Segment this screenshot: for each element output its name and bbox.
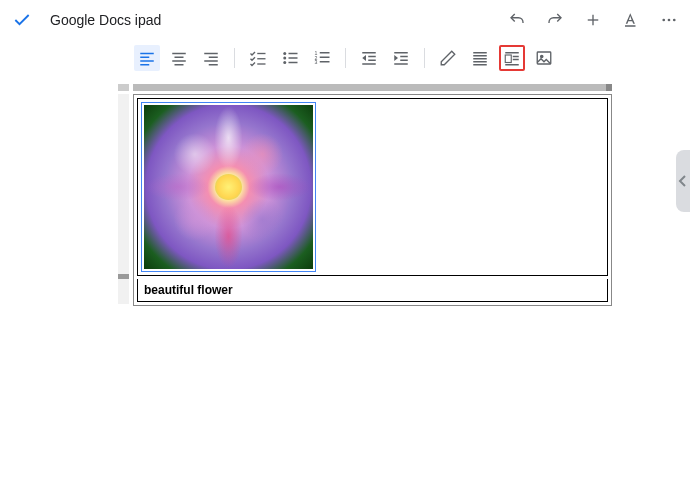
more-icon[interactable] xyxy=(660,11,678,29)
svg-marker-37 xyxy=(362,55,366,61)
toolbar-separator xyxy=(424,48,425,68)
svg-rect-51 xyxy=(512,59,518,61)
svg-rect-49 xyxy=(505,55,511,63)
svg-rect-14 xyxy=(204,53,218,55)
svg-rect-30 xyxy=(319,57,329,59)
svg-point-3 xyxy=(662,19,665,22)
svg-point-4 xyxy=(668,19,671,22)
toolbar-separator xyxy=(234,48,235,68)
wrap-text-button[interactable] xyxy=(499,45,525,71)
svg-rect-11 xyxy=(174,57,183,59)
edit-button[interactable] xyxy=(435,45,461,71)
horizontal-ruler[interactable] xyxy=(133,84,612,91)
svg-rect-48 xyxy=(505,52,519,54)
svg-rect-33 xyxy=(362,52,376,54)
plus-icon[interactable] xyxy=(584,11,602,29)
done-check-icon[interactable] xyxy=(12,10,32,30)
align-right-button[interactable] xyxy=(198,45,224,71)
svg-rect-24 xyxy=(288,57,297,59)
selected-image[interactable] xyxy=(141,102,316,272)
svg-point-25 xyxy=(283,61,286,64)
svg-rect-41 xyxy=(394,63,408,65)
svg-point-54 xyxy=(540,55,542,57)
svg-rect-43 xyxy=(473,52,487,54)
svg-rect-2 xyxy=(625,25,636,27)
svg-rect-32 xyxy=(319,61,329,63)
bulleted-list-button[interactable] xyxy=(277,45,303,71)
flower-image xyxy=(144,105,313,269)
table-image-cell[interactable] xyxy=(137,98,608,276)
svg-rect-34 xyxy=(368,56,376,58)
svg-rect-16 xyxy=(204,60,218,62)
svg-rect-8 xyxy=(140,60,154,62)
align-left-button[interactable] xyxy=(134,45,160,71)
svg-rect-35 xyxy=(368,60,376,62)
svg-rect-10 xyxy=(172,53,186,55)
svg-point-21 xyxy=(283,52,286,55)
side-panel-tab[interactable] xyxy=(676,150,690,212)
image-button[interactable] xyxy=(531,45,557,71)
svg-rect-52 xyxy=(505,64,519,66)
svg-rect-45 xyxy=(473,58,487,60)
svg-rect-13 xyxy=(174,64,183,66)
svg-marker-42 xyxy=(394,55,398,61)
text-format-icon[interactable] xyxy=(622,11,640,29)
svg-rect-6 xyxy=(140,53,154,55)
indent-increase-button[interactable] xyxy=(388,45,414,71)
svg-rect-12 xyxy=(172,60,186,62)
checklist-button[interactable] xyxy=(245,45,271,71)
document-area: beautiful flower xyxy=(0,76,690,84)
ruler-corner xyxy=(118,84,129,91)
vertical-ruler[interactable] xyxy=(118,94,129,304)
document-page[interactable]: beautiful flower xyxy=(133,94,612,306)
svg-rect-46 xyxy=(473,61,487,63)
header-actions xyxy=(508,11,678,29)
app-header: Google Docs ipad xyxy=(0,0,690,40)
svg-rect-22 xyxy=(288,53,297,55)
svg-rect-40 xyxy=(400,60,408,62)
undo-icon[interactable] xyxy=(508,11,526,29)
svg-rect-26 xyxy=(288,62,297,64)
svg-rect-9 xyxy=(140,64,149,66)
svg-rect-15 xyxy=(208,57,217,59)
document-title[interactable]: Google Docs ipad xyxy=(50,12,508,28)
indent-decrease-button[interactable] xyxy=(356,45,382,71)
svg-text:3: 3 xyxy=(314,59,317,65)
table-caption-cell[interactable]: beautiful flower xyxy=(137,279,608,302)
svg-rect-28 xyxy=(319,52,329,54)
svg-rect-36 xyxy=(362,63,376,65)
formatting-toolbar: 123 xyxy=(0,40,690,76)
toolbar-separator xyxy=(345,48,346,68)
svg-rect-39 xyxy=(400,56,408,58)
caption-text: beautiful flower xyxy=(144,283,233,297)
align-center-button[interactable] xyxy=(166,45,192,71)
svg-point-5 xyxy=(673,19,676,22)
svg-rect-47 xyxy=(473,64,487,66)
numbered-list-button[interactable]: 123 xyxy=(309,45,335,71)
svg-point-23 xyxy=(283,57,286,60)
ruler-indicator xyxy=(118,274,129,279)
svg-rect-44 xyxy=(473,55,487,57)
svg-rect-38 xyxy=(394,52,408,54)
redo-icon[interactable] xyxy=(546,11,564,29)
svg-rect-50 xyxy=(512,56,518,58)
svg-rect-7 xyxy=(140,57,149,59)
svg-rect-17 xyxy=(208,64,217,66)
inline-wrap-button[interactable] xyxy=(467,45,493,71)
